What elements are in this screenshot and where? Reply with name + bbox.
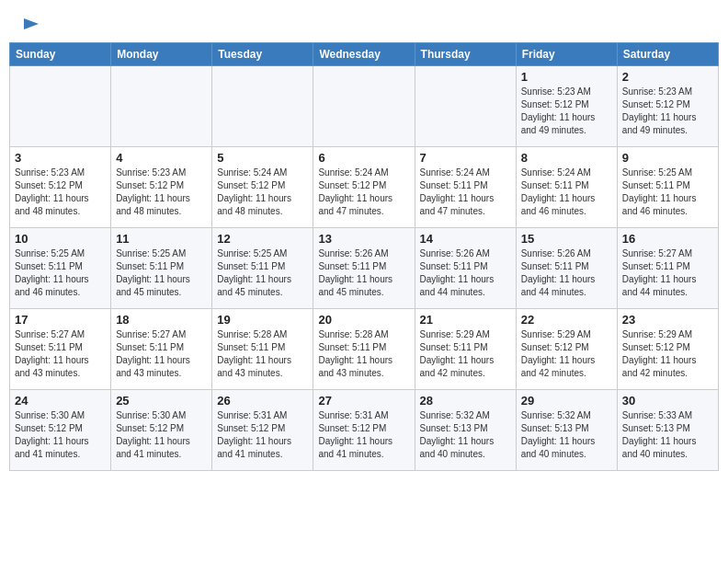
day-info: Sunrise: 5:23 AMSunset: 5:12 PMDaylight:… (116, 167, 207, 218)
calendar-table: SundayMondayTuesdayWednesdayThursdayFrid… (9, 42, 719, 471)
day-info: Sunrise: 5:28 AMSunset: 5:11 PMDaylight:… (217, 328, 308, 380)
calendar-cell: 22Sunrise: 5:29 AMSunset: 5:12 PMDayligh… (516, 309, 617, 390)
calendar-cell (111, 66, 212, 147)
day-number: 27 (318, 394, 409, 408)
logo-flag-icon (22, 17, 40, 35)
calendar-cell: 16Sunrise: 5:27 AMSunset: 5:11 PMDayligh… (617, 228, 718, 309)
day-info: Sunrise: 5:27 AMSunset: 5:11 PMDaylight:… (622, 247, 713, 299)
day-number: 8 (521, 151, 612, 165)
calendar-cell: 4Sunrise: 5:23 AMSunset: 5:12 PMDaylight… (111, 147, 212, 228)
day-number: 3 (15, 151, 106, 165)
calendar-cell: 20Sunrise: 5:28 AMSunset: 5:11 PMDayligh… (313, 309, 415, 390)
day-number: 4 (116, 151, 207, 165)
calendar-cell: 7Sunrise: 5:24 AMSunset: 5:11 PMDaylight… (415, 147, 516, 228)
calendar-cell: 13Sunrise: 5:26 AMSunset: 5:11 PMDayligh… (313, 228, 415, 309)
day-of-week-tuesday: Tuesday (212, 43, 313, 66)
calendar-header: SundayMondayTuesdayWednesdayThursdayFrid… (10, 43, 719, 66)
day-number: 23 (622, 313, 713, 327)
day-number: 7 (420, 151, 511, 165)
calendar-cell: 27Sunrise: 5:31 AMSunset: 5:12 PMDayligh… (313, 390, 415, 471)
header (0, 0, 728, 42)
day-number: 30 (622, 394, 713, 408)
calendar-week-2: 3Sunrise: 5:23 AMSunset: 5:12 PMDaylight… (10, 147, 719, 228)
day-number: 5 (217, 151, 308, 165)
day-info: Sunrise: 5:23 AMSunset: 5:12 PMDaylight:… (622, 86, 713, 137)
day-number: 14 (420, 232, 511, 246)
calendar-cell: 5Sunrise: 5:24 AMSunset: 5:12 PMDaylight… (212, 147, 313, 228)
day-number: 18 (116, 313, 207, 327)
day-number: 11 (116, 232, 207, 246)
day-of-week-wednesday: Wednesday (313, 43, 415, 66)
day-info: Sunrise: 5:30 AMSunset: 5:12 PMDaylight:… (15, 409, 106, 461)
calendar-cell (10, 66, 111, 147)
calendar-cell: 2Sunrise: 5:23 AMSunset: 5:12 PMDaylight… (617, 66, 718, 147)
day-info: Sunrise: 5:23 AMSunset: 5:12 PMDaylight:… (521, 86, 612, 137)
calendar-cell (212, 66, 313, 147)
day-of-week-friday: Friday (516, 43, 617, 66)
day-number: 19 (217, 313, 308, 327)
day-number: 17 (15, 313, 106, 327)
day-info: Sunrise: 5:33 AMSunset: 5:13 PMDaylight:… (622, 409, 713, 461)
calendar-cell: 18Sunrise: 5:27 AMSunset: 5:11 PMDayligh… (111, 309, 212, 390)
day-info: Sunrise: 5:27 AMSunset: 5:11 PMDaylight:… (116, 328, 207, 380)
calendar-cell: 15Sunrise: 5:26 AMSunset: 5:11 PMDayligh… (516, 228, 617, 309)
calendar-body: 1Sunrise: 5:23 AMSunset: 5:12 PMDaylight… (10, 66, 719, 471)
calendar-cell: 6Sunrise: 5:24 AMSunset: 5:12 PMDaylight… (313, 147, 415, 228)
day-number: 6 (318, 151, 409, 165)
day-of-week-monday: Monday (111, 43, 212, 66)
calendar-cell: 30Sunrise: 5:33 AMSunset: 5:13 PMDayligh… (617, 390, 718, 471)
calendar-cell: 28Sunrise: 5:32 AMSunset: 5:13 PMDayligh… (415, 390, 516, 471)
calendar-cell: 3Sunrise: 5:23 AMSunset: 5:12 PMDaylight… (10, 147, 111, 228)
calendar-week-5: 24Sunrise: 5:30 AMSunset: 5:12 PMDayligh… (10, 390, 719, 471)
calendar-cell: 11Sunrise: 5:25 AMSunset: 5:11 PMDayligh… (111, 228, 212, 309)
day-number: 29 (521, 394, 612, 408)
svg-marker-0 (24, 18, 39, 29)
calendar-week-4: 17Sunrise: 5:27 AMSunset: 5:11 PMDayligh… (10, 309, 719, 390)
day-number: 15 (521, 232, 612, 246)
day-info: Sunrise: 5:25 AMSunset: 5:11 PMDaylight:… (15, 247, 106, 299)
calendar-cell: 12Sunrise: 5:25 AMSunset: 5:11 PMDayligh… (212, 228, 313, 309)
day-of-week-sunday: Sunday (10, 43, 111, 66)
day-number: 16 (622, 232, 713, 246)
day-number: 10 (15, 232, 106, 246)
day-info: Sunrise: 5:29 AMSunset: 5:12 PMDaylight:… (521, 328, 612, 380)
day-info: Sunrise: 5:25 AMSunset: 5:11 PMDaylight:… (217, 247, 308, 299)
calendar-cell: 9Sunrise: 5:25 AMSunset: 5:11 PMDaylight… (617, 147, 718, 228)
day-info: Sunrise: 5:30 AMSunset: 5:12 PMDaylight:… (116, 409, 207, 461)
days-of-week-row: SundayMondayTuesdayWednesdayThursdayFrid… (10, 43, 719, 66)
day-info: Sunrise: 5:26 AMSunset: 5:11 PMDaylight:… (521, 247, 612, 299)
calendar-cell: 25Sunrise: 5:30 AMSunset: 5:12 PMDayligh… (111, 390, 212, 471)
calendar-cell: 26Sunrise: 5:31 AMSunset: 5:12 PMDayligh… (212, 390, 313, 471)
day-info: Sunrise: 5:25 AMSunset: 5:11 PMDaylight:… (622, 167, 713, 218)
day-info: Sunrise: 5:23 AMSunset: 5:12 PMDaylight:… (15, 167, 106, 218)
day-number: 22 (521, 313, 612, 327)
day-info: Sunrise: 5:25 AMSunset: 5:11 PMDaylight:… (116, 247, 207, 299)
calendar-week-3: 10Sunrise: 5:25 AMSunset: 5:11 PMDayligh… (10, 228, 719, 309)
page: SundayMondayTuesdayWednesdayThursdayFrid… (0, 0, 728, 563)
calendar-cell: 21Sunrise: 5:29 AMSunset: 5:11 PMDayligh… (415, 309, 516, 390)
day-number: 26 (217, 394, 308, 408)
day-info: Sunrise: 5:24 AMSunset: 5:11 PMDaylight:… (420, 167, 511, 218)
day-info: Sunrise: 5:29 AMSunset: 5:12 PMDaylight:… (622, 328, 713, 380)
day-of-week-thursday: Thursday (415, 43, 516, 66)
logo (18, 17, 40, 35)
calendar-wrapper: SundayMondayTuesdayWednesdayThursdayFrid… (0, 42, 728, 480)
day-number: 28 (420, 394, 511, 408)
day-info: Sunrise: 5:24 AMSunset: 5:12 PMDaylight:… (217, 167, 308, 218)
day-info: Sunrise: 5:26 AMSunset: 5:11 PMDaylight:… (420, 247, 511, 299)
calendar-cell: 1Sunrise: 5:23 AMSunset: 5:12 PMDaylight… (516, 66, 617, 147)
calendar-cell: 14Sunrise: 5:26 AMSunset: 5:11 PMDayligh… (415, 228, 516, 309)
calendar-cell: 19Sunrise: 5:28 AMSunset: 5:11 PMDayligh… (212, 309, 313, 390)
calendar-cell: 24Sunrise: 5:30 AMSunset: 5:12 PMDayligh… (10, 390, 111, 471)
day-info: Sunrise: 5:24 AMSunset: 5:11 PMDaylight:… (521, 167, 612, 218)
day-info: Sunrise: 5:31 AMSunset: 5:12 PMDaylight:… (318, 409, 409, 461)
calendar-cell: 17Sunrise: 5:27 AMSunset: 5:11 PMDayligh… (10, 309, 111, 390)
day-number: 2 (622, 70, 713, 84)
day-number: 9 (622, 151, 713, 165)
day-info: Sunrise: 5:32 AMSunset: 5:13 PMDaylight:… (420, 409, 511, 461)
day-info: Sunrise: 5:28 AMSunset: 5:11 PMDaylight:… (318, 328, 409, 380)
calendar-cell: 23Sunrise: 5:29 AMSunset: 5:12 PMDayligh… (617, 309, 718, 390)
day-of-week-saturday: Saturday (617, 43, 718, 66)
day-info: Sunrise: 5:31 AMSunset: 5:12 PMDaylight:… (217, 409, 308, 461)
day-number: 21 (420, 313, 511, 327)
